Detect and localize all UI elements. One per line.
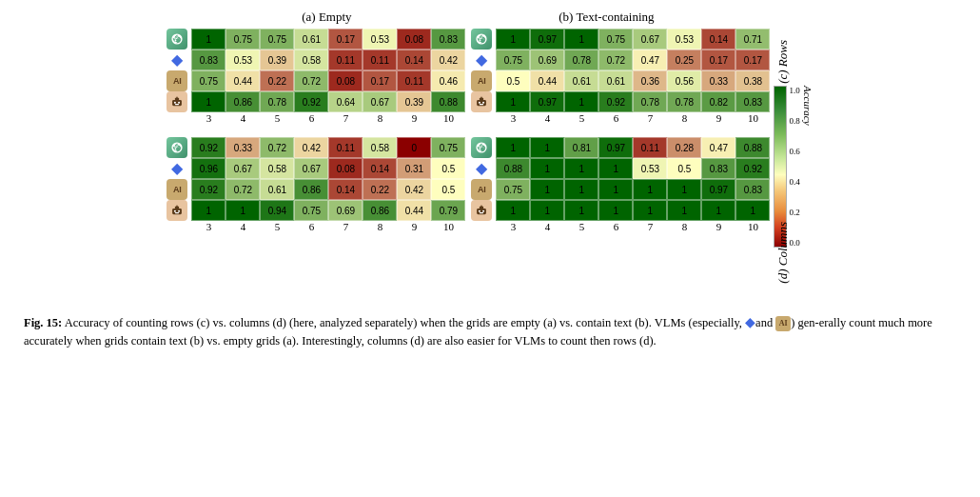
- heatmap-cell: 0.17: [363, 70, 397, 91]
- svg-rect-5: [177, 96, 178, 98]
- heatmap-cell: 0.39: [260, 50, 294, 70]
- heatmap-row: 110.810.970.110.280.470.88: [471, 137, 770, 158]
- heatmap-cell: 1: [191, 91, 225, 112]
- heatmap-cell: 0.53: [633, 158, 667, 179]
- heatmap-cell: 0.14: [397, 50, 431, 70]
- svg-point-3: [178, 102, 180, 104]
- heatmap-cell: 1: [735, 200, 770, 221]
- heatmap-cell: 0: [397, 137, 431, 158]
- x-axis-label: 6: [294, 112, 328, 124]
- svg-point-9: [482, 102, 484, 104]
- heatmap-cell: 1: [633, 179, 667, 200]
- heatmap-row: 0.920.330.720.420.110.5800.75: [167, 137, 465, 158]
- heatmap-cell: 0.56: [667, 70, 701, 91]
- svg-rect-17: [177, 205, 178, 207]
- heatmap-cell: 1: [598, 200, 633, 221]
- heatmap-cell: 0.11: [633, 137, 667, 158]
- heatmap-cell: 0.5: [431, 158, 465, 179]
- x-axis-label: 7: [633, 112, 667, 124]
- heatmap-cell: 1: [496, 29, 530, 50]
- svg-rect-10: [480, 104, 483, 105]
- svg-rect-11: [481, 96, 482, 98]
- heatmap-cell: 1: [564, 158, 598, 179]
- gpt-icon: [471, 29, 492, 50]
- x-axis-label: 10: [735, 112, 770, 124]
- heatmap-cell: 0.22: [363, 179, 397, 200]
- cols-label: (d) Columns: [774, 220, 793, 286]
- gemini-icon: ◆: [167, 50, 187, 70]
- x-axis-label: 5: [564, 112, 598, 124]
- heatmap-cell: 0.14: [328, 179, 363, 200]
- heatmap-cell: 0.67: [633, 29, 667, 50]
- heatmap-cell: 0.47: [633, 50, 667, 70]
- heatmap-cell: 0.58: [260, 158, 294, 179]
- heatmap-cell: 0.83: [431, 29, 465, 50]
- robot-icon: [167, 91, 187, 112]
- heatmap-cell: 0.14: [701, 29, 735, 50]
- x-axis-label: 10: [431, 112, 465, 124]
- heatmap-row: AI0.750.440.220.720.080.170.110.46: [167, 70, 465, 91]
- gpt-icon: [167, 29, 187, 50]
- heatmap-row: ◆ 0.830.530.390.580.110.110.140.42: [167, 50, 465, 70]
- heatmap-cell: 0.5: [431, 179, 465, 200]
- heatmap-cell: 0.61: [598, 70, 633, 91]
- x-axis-label: 9: [701, 112, 735, 124]
- gemini-icon: ◆: [471, 50, 492, 70]
- heatmap-row: ◆ 0.960.670.580.670.080.140.310.5: [167, 158, 465, 179]
- robot-icon: [471, 91, 492, 112]
- cb-label-02: 0.2: [789, 208, 799, 217]
- heatmap-cell: 0.17: [328, 29, 363, 50]
- svg-point-20: [479, 210, 480, 212]
- titles-row: (a) Empty (b) Text-containing: [189, 10, 770, 25]
- x-axis-label: 10: [735, 221, 770, 232]
- heatmap-cell: 0.75: [294, 200, 328, 221]
- caption-text: Accuracy of counting rows (c) vs. column…: [24, 316, 932, 348]
- heatmap-cell: 0.67: [363, 91, 397, 112]
- heatmap-cell: 0.72: [294, 70, 328, 91]
- x-axis-label: 7: [328, 112, 363, 124]
- heatmap-cell: 0.61: [294, 29, 328, 50]
- x-axis-label: 7: [633, 221, 667, 232]
- heatmap-cell: 0.5: [667, 158, 701, 179]
- claude-icon-inline: AI: [775, 316, 791, 331]
- x-axis-label: 7: [328, 221, 363, 232]
- heatmap-cell: 0.11: [328, 50, 363, 70]
- x-axis-label: 8: [363, 112, 397, 124]
- heatmap-row: ◆ 0.881110.530.50.830.92: [471, 158, 770, 179]
- robot-icon: [471, 200, 492, 221]
- svg-rect-4: [175, 104, 179, 105]
- heatmap-cell: 0.33: [225, 137, 260, 158]
- heatmap-cell: 0.42: [397, 179, 431, 200]
- heatmap-cell: 0.75: [191, 70, 225, 91]
- x-axis-label: 6: [598, 221, 633, 232]
- heatmap-cell: 0.5: [496, 70, 530, 91]
- heatmap-cell: 0.72: [598, 50, 633, 70]
- heatmap-cell: 0.72: [260, 137, 294, 158]
- heatmap-cell: 0.97: [598, 137, 633, 158]
- heatmap-cell: 0.67: [225, 158, 260, 179]
- x-axis-label: 8: [667, 112, 701, 124]
- heatmap-cell: 1: [598, 179, 633, 200]
- heatmap-cell: 0.61: [260, 179, 294, 200]
- x-axis-label: 6: [294, 221, 328, 232]
- x-axis-label: 5: [260, 112, 294, 124]
- x-axis-label: 8: [363, 221, 397, 232]
- caption: Fig. 15: Accuracy of counting rows (c) v…: [24, 312, 956, 350]
- heatmap-cell: 0.17: [735, 50, 770, 70]
- x-axis-label: 3: [496, 221, 530, 232]
- svg-rect-12: [172, 209, 182, 214]
- x-axis-label: 4: [225, 221, 260, 232]
- heatmap-cell: 1: [191, 200, 225, 221]
- x-axis-label: 9: [397, 112, 431, 124]
- x-axis-label: 4: [530, 221, 564, 232]
- main-container: (a) Empty (b) Text-containing 10.750.750…: [19, 10, 961, 350]
- heatmap-cell: 1: [496, 137, 530, 158]
- heatmap-cell: 0.46: [431, 70, 465, 91]
- heatmap-cell: 1: [225, 200, 260, 221]
- heatmap-cell: 1: [530, 137, 564, 158]
- heatmap-cell: 1: [667, 200, 701, 221]
- heatmap-cell: 1: [191, 29, 225, 50]
- heatmap-row: AI0.50.440.610.610.360.560.330.38: [471, 70, 770, 91]
- heatmap-cell: 0.83: [191, 50, 225, 70]
- heatmap-cell: 1: [564, 91, 598, 112]
